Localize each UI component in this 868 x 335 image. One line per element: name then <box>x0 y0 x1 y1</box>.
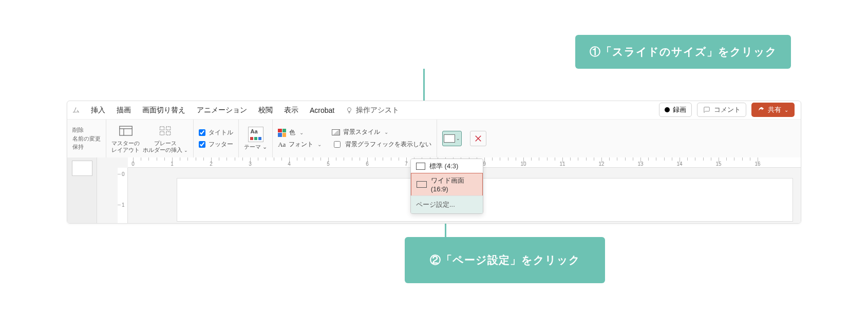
checkbox-footer-input[interactable] <box>199 141 205 148</box>
tab-transition[interactable]: 画面切り替え <box>142 106 185 115</box>
tab-draw[interactable]: 描画 <box>117 106 131 115</box>
option-page-setup[interactable]: ページ設定... <box>411 196 483 213</box>
ruler-label: 6 <box>366 161 369 167</box>
chevron-down-icon: ⌄ <box>299 130 304 135</box>
group-edit-master-left: 削除 名前の変更 保持 <box>67 120 106 157</box>
tab-acrobat[interactable]: Acrobat <box>310 106 334 114</box>
group-size-close: ⌄ <box>437 120 492 157</box>
slide-size-dropdown: 標準 (4:3) ワイド画面 (16:9) ページ設定... <box>410 159 483 214</box>
group-background: 色 ⌄ Aa フォント ⌄ 背景スタイル ⌄ <box>273 120 437 157</box>
close-icon <box>474 134 483 143</box>
ruler-tick <box>656 157 656 161</box>
group-theme: テーマ ⌄ <box>239 120 273 157</box>
share-icon <box>758 106 765 113</box>
bgstyle-label: 背景スタイル <box>343 128 380 136</box>
checkbox-hide-bg-input[interactable] <box>334 141 341 148</box>
ruler-label: 15 <box>715 161 721 167</box>
ruler-tick <box>336 157 336 161</box>
group-master-options: タイトル フッター <box>194 120 239 157</box>
ruler-tick <box>313 157 313 161</box>
ruler-tick <box>399 157 399 161</box>
placeholder-l1: プレース <box>154 140 177 146</box>
ruler-tick <box>734 157 734 161</box>
colors-button[interactable]: 色 ⌄ <box>278 128 322 137</box>
aspect-169-icon <box>417 181 427 188</box>
master-layout-button[interactable]: マスターのレイアウト <box>111 124 140 153</box>
ruler-tick <box>609 157 610 161</box>
placeholder-icon <box>159 125 172 136</box>
ruler-tick <box>305 157 305 161</box>
share-button[interactable]: 共有 ⌄ <box>751 103 795 117</box>
svg-rect-4 <box>166 127 171 130</box>
annotation-step1-text: ①「スライドのサイズ」をクリック <box>590 45 777 59</box>
ruler-label: 12 <box>598 161 604 167</box>
ruler-label: 10 <box>520 161 526 167</box>
cmd-rename[interactable]: 名前の変更 <box>72 134 101 143</box>
svg-rect-0 <box>119 126 131 135</box>
checkbox-hide-bg[interactable]: 背景グラフィックを表示しない <box>332 140 431 149</box>
vruler-tick <box>118 205 121 205</box>
comments-button[interactable]: コメント <box>697 103 746 117</box>
ruler-label: 2 <box>210 161 213 167</box>
ruler-tick <box>352 157 352 161</box>
ruler-tick <box>726 157 727 161</box>
checkbox-title[interactable]: タイトル <box>199 128 233 137</box>
chevron-down-icon: ⌄ <box>262 144 267 150</box>
close-master-button[interactable] <box>470 131 486 146</box>
background-styles-button[interactable]: 背景スタイル ⌄ <box>332 128 431 136</box>
option-standard-43[interactable]: 標準 (4:3) <box>411 159 483 173</box>
fonts-icon: Aa <box>278 141 286 149</box>
tab-view[interactable]: 表示 <box>284 106 298 115</box>
tab-animation[interactable]: アニメーション <box>197 106 247 115</box>
ruler-tick <box>141 157 141 161</box>
slide-thumbnail-panel[interactable] <box>67 157 97 224</box>
ruler-tick <box>297 157 297 161</box>
insert-placeholder-button[interactable]: プレースホルダーの挿入 ⌄ <box>143 124 188 153</box>
checkbox-footer[interactable]: フッター <box>199 140 233 149</box>
option-wide-169[interactable]: ワイド画面 (16:9) <box>411 173 483 196</box>
themes-button[interactable]: テーマ ⌄ <box>244 127 267 150</box>
tab-review[interactable]: 校閲 <box>258 106 273 115</box>
slide-size-icon <box>444 134 455 143</box>
fonts-button[interactable]: Aa フォント ⌄ <box>278 140 322 149</box>
ruler-tick <box>594 157 594 161</box>
hide-bg-label: 背景グラフィックを表示しない <box>345 140 431 149</box>
vruler-label: 1 <box>122 202 125 208</box>
slide-size-button[interactable]: ⌄ <box>442 131 462 146</box>
ruler-tick <box>227 157 227 161</box>
ruler-tick <box>578 157 578 161</box>
ruler-tick <box>235 157 235 161</box>
cmd-preserve[interactable]: 保持 <box>72 143 84 151</box>
checkbox-title-label: タイトル <box>209 128 233 137</box>
chevron-down-icon: ⌄ <box>184 148 188 153</box>
ruler-label: 5 <box>327 161 330 167</box>
ruler-tick <box>383 157 383 161</box>
svg-rect-6 <box>166 132 171 135</box>
ruler-label: 16 <box>754 161 760 167</box>
tab-insert[interactable]: 挿入 <box>91 106 105 115</box>
ruler-tick <box>360 157 360 161</box>
tab-partial-char: ム <box>72 106 80 115</box>
checkbox-title-input[interactable] <box>199 129 205 136</box>
ruler-tick <box>164 157 165 161</box>
vertical-ruler: 0 1 <box>118 168 128 224</box>
ruler-label: 1 <box>171 161 174 167</box>
record-button[interactable]: 録画 <box>659 103 692 117</box>
ruler-tick <box>219 157 219 161</box>
comments-label: コメント <box>714 105 741 114</box>
slide-page[interactable] <box>177 178 793 222</box>
ruler-tick <box>703 157 704 161</box>
svg-rect-3 <box>160 127 164 130</box>
svg-rect-5 <box>160 132 164 135</box>
ruler-tick <box>320 157 321 161</box>
ruler-label: 13 <box>637 161 643 167</box>
cmd-delete[interactable]: 削除 <box>72 126 84 134</box>
ruler-tick <box>570 157 571 161</box>
tell-me-search[interactable]: 操作アシスト <box>346 106 399 115</box>
share-label: 共有 <box>768 105 781 114</box>
ruler-tick <box>344 157 344 161</box>
slide-thumbnail[interactable] <box>72 161 92 176</box>
lightbulb-icon <box>346 107 353 114</box>
ruler-tick <box>187 157 188 161</box>
ruler-tick <box>555 157 555 161</box>
